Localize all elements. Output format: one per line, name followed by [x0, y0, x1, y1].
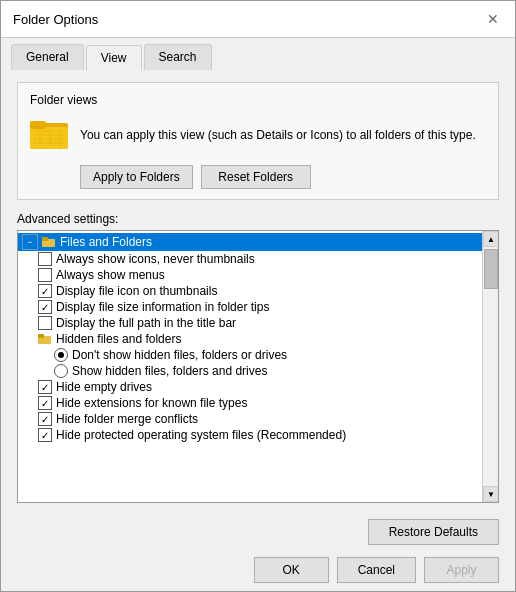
- restore-defaults-area: Restore Defaults: [1, 515, 515, 549]
- tab-search[interactable]: Search: [144, 44, 212, 70]
- tree-item-hide-extensions[interactable]: Hide extensions for known file types: [18, 395, 482, 411]
- item-label-hide-merge: Hide folder merge conflicts: [56, 412, 198, 426]
- tree-item-hide-empty[interactable]: Hide empty drives: [18, 379, 482, 395]
- tree-item-dont-show-hidden[interactable]: Don't show hidden files, folders or driv…: [18, 347, 482, 363]
- checkbox-display-filesize[interactable]: [38, 300, 52, 314]
- tree-item-always-menus[interactable]: Always show menus: [18, 267, 482, 283]
- item-label-display-fullpath: Display the full path in the title bar: [56, 316, 236, 330]
- checkbox-hide-protected[interactable]: [38, 428, 52, 442]
- item-label-display-filesize: Display file size information in folder …: [56, 300, 269, 314]
- checkbox-display-file-icon[interactable]: [38, 284, 52, 298]
- advanced-label: Advanced settings:: [17, 212, 499, 226]
- folder-views-buttons: Apply to Folders Reset Folders: [30, 165, 486, 189]
- tree-item-hidden-files-folders[interactable]: Hidden files and folders: [18, 331, 482, 347]
- checkbox-hide-merge[interactable]: [38, 412, 52, 426]
- tree-item-files-and-folders[interactable]: − Files and Folders: [18, 233, 482, 251]
- content-area: Folder views: [1, 70, 515, 515]
- tree-inner: − Files and Folders Always show icons, n…: [18, 231, 482, 445]
- item-label-display-file-icon: Display file icon on thumbnails: [56, 284, 217, 298]
- tab-general[interactable]: General: [11, 44, 84, 70]
- checkbox-always-menus[interactable]: [38, 268, 52, 282]
- cancel-button[interactable]: Cancel: [337, 557, 416, 583]
- tab-bar: General View Search: [1, 38, 515, 70]
- checkbox-hide-empty[interactable]: [38, 380, 52, 394]
- item-label-hide-protected: Hide protected operating system files (R…: [56, 428, 346, 442]
- item-label-files-and-folders: Files and Folders: [60, 235, 152, 249]
- svg-rect-13: [38, 334, 44, 338]
- scrollbar[interactable]: ▲ ▼: [482, 231, 498, 502]
- tree-item-show-hidden[interactable]: Show hidden files, folders and drives: [18, 363, 482, 379]
- folder-views-group: Folder views: [17, 82, 499, 200]
- checkbox-hide-extensions[interactable]: [38, 396, 52, 410]
- svg-rect-11: [42, 237, 48, 241]
- checkbox-always-icons[interactable]: [38, 252, 52, 266]
- item-label-hidden-files-folders: Hidden files and folders: [56, 332, 181, 346]
- item-label-always-menus: Always show menus: [56, 268, 165, 282]
- dialog-buttons: OK Cancel Apply: [1, 549, 515, 591]
- folder-views-legend: Folder views: [30, 93, 486, 107]
- tree-item-display-filesize[interactable]: Display file size information in folder …: [18, 299, 482, 315]
- tab-view[interactable]: View: [86, 45, 142, 71]
- svg-rect-2: [30, 121, 46, 129]
- scrollbar-thumb[interactable]: [484, 249, 498, 289]
- scrollbar-down-button[interactable]: ▼: [483, 486, 499, 502]
- svg-rect-1: [30, 127, 68, 149]
- checkbox-display-fullpath[interactable]: [38, 316, 52, 330]
- folder-options-dialog: Folder Options ✕ General View Search Fol…: [0, 0, 516, 592]
- tree-item-hide-protected[interactable]: Hide protected operating system files (R…: [18, 427, 482, 443]
- close-button[interactable]: ✕: [483, 9, 503, 29]
- folder-views-inner: You can apply this view (such as Details…: [30, 115, 486, 155]
- title-bar: Folder Options ✕: [1, 1, 515, 38]
- item-label-show-hidden: Show hidden files, folders and drives: [72, 364, 267, 378]
- folder-views-description: You can apply this view (such as Details…: [80, 128, 486, 142]
- expand-icon[interactable]: −: [22, 234, 38, 250]
- item-label-hide-empty: Hide empty drives: [56, 380, 152, 394]
- tree-item-hide-merge[interactable]: Hide folder merge conflicts: [18, 411, 482, 427]
- scrollbar-up-button[interactable]: ▲: [483, 231, 499, 247]
- radio-dont-show-hidden[interactable]: [54, 348, 68, 362]
- radio-show-hidden[interactable]: [54, 364, 68, 378]
- restore-defaults-button[interactable]: Restore Defaults: [368, 519, 499, 545]
- ok-button[interactable]: OK: [254, 557, 329, 583]
- advanced-tree[interactable]: − Files and Folders Always show icons, n…: [17, 230, 499, 503]
- tree-item-display-file-icon[interactable]: Display file icon on thumbnails: [18, 283, 482, 299]
- tree-item-display-fullpath[interactable]: Display the full path in the title bar: [18, 315, 482, 331]
- reset-folders-button[interactable]: Reset Folders: [201, 165, 311, 189]
- item-label-always-icons: Always show icons, never thumbnails: [56, 252, 255, 266]
- item-label-hide-extensions: Hide extensions for known file types: [56, 396, 247, 410]
- dialog-title: Folder Options: [13, 12, 98, 27]
- item-label-dont-show-hidden: Don't show hidden files, folders or driv…: [72, 348, 287, 362]
- apply-to-folders-button[interactable]: Apply to Folders: [80, 165, 193, 189]
- folder-icon: [30, 115, 70, 155]
- apply-button[interactable]: Apply: [424, 557, 499, 583]
- tree-item-always-icons[interactable]: Always show icons, never thumbnails: [18, 251, 482, 267]
